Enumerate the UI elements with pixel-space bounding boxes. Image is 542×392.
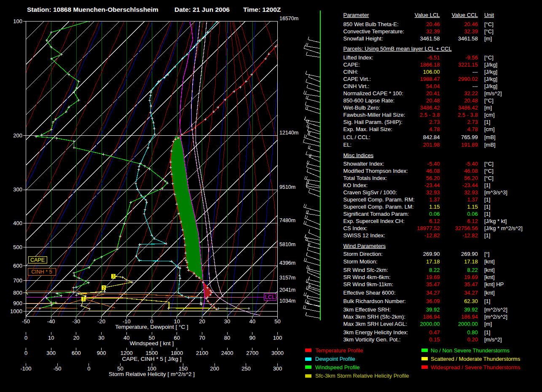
- svg-text:-40: -40: [47, 318, 55, 325]
- svg-text:90: 90: [250, 335, 255, 341]
- svg-text:0: 0: [24, 335, 27, 341]
- svg-text:[°C]: [°C]: [484, 161, 494, 167]
- svg-text:2400: 2400: [221, 350, 233, 356]
- svg-text:80: 80: [224, 335, 230, 341]
- svg-text:250: 250: [241, 365, 251, 372]
- svg-text:2.5 - 3.8: 2.5 - 3.8: [458, 112, 478, 118]
- svg-text:[1]: [1]: [484, 298, 490, 304]
- svg-text:[°C]: [°C]: [484, 28, 494, 35]
- svg-text:Effective Shear 6000:: Effective Shear 6000:: [343, 290, 396, 296]
- svg-text:Modified Thompson Index:: Modified Thompson Index:: [343, 168, 408, 174]
- svg-text:2000.00: 2000.00: [420, 321, 440, 327]
- svg-text:Max 3km SRH (Sfc-2km):: Max 3km SRH (Sfc-2km):: [343, 314, 405, 320]
- svg-text:[J/kg * kt]: [J/kg * kt]: [484, 218, 507, 224]
- svg-text:40: 40: [250, 318, 255, 325]
- svg-text:850-600 Lapse Rate:: 850-600 Lapse Rate:: [343, 97, 394, 104]
- svg-text:10: 10: [48, 335, 54, 341]
- svg-text:20.48: 20.48: [426, 97, 440, 104]
- svg-text:32.22: 32.22: [464, 90, 478, 97]
- svg-text:1988.47: 1988.47: [420, 76, 440, 82]
- svg-text:CS Index:: CS Index:: [343, 225, 368, 231]
- svg-text:CINH * 5: CINH * 5: [31, 269, 52, 275]
- svg-text:200: 200: [13, 132, 22, 139]
- svg-text:2700: 2700: [246, 350, 258, 356]
- svg-text:Exp. Max. Hail Size:: Exp. Max. Hail Size:: [343, 126, 392, 132]
- svg-text:6.12: 6.12: [467, 218, 478, 224]
- svg-text:34.27: 34.27: [426, 290, 440, 296]
- svg-text:[1]: [1]: [484, 182, 490, 188]
- svg-text:[mB]: [mB]: [484, 142, 496, 148]
- svg-text:-30: -30: [72, 318, 80, 325]
- svg-text:[m^3/s^3]: [m^3/s^3]: [484, 189, 507, 196]
- svg-text:3157m: 3157m: [279, 275, 295, 281]
- svg-text:2: 2: [102, 286, 105, 290]
- svg-text:Date: 21 Jun 2006: Date: 21 Jun 2006: [174, 6, 230, 13]
- svg-text:Storm Direction:: Storm Direction:: [343, 251, 383, 257]
- svg-text:Total Totals Index:: Total Totals Index:: [343, 175, 387, 181]
- svg-text:[knt]: [knt]: [484, 258, 495, 265]
- svg-text:9510m: 9510m: [279, 184, 295, 190]
- svg-text:[cm]: [cm]: [484, 126, 495, 132]
- svg-text:Widespread / Severe Thundersto: Widespread / Severe Thunderstorms: [431, 364, 521, 371]
- svg-text:20: 20: [73, 335, 79, 341]
- svg-text:-12.82: -12.82: [424, 232, 440, 239]
- svg-text:Bulk Richardson Number:: Bulk Richardson Number:: [343, 298, 406, 304]
- svg-text:32.93: 32.93: [426, 189, 440, 196]
- svg-text:Dewpoint Profile: Dewpoint Profile: [315, 356, 355, 362]
- svg-text:3000: 3000: [271, 350, 284, 356]
- svg-text:Exp. Supercell Index CH:: Exp. Supercell Index CH:: [343, 218, 405, 224]
- svg-text:Showalter Index:: Showalter Index:: [343, 161, 384, 167]
- svg-text:Wind Parameters: Wind Parameters: [343, 243, 386, 249]
- svg-text:[1]: [1]: [484, 211, 490, 217]
- svg-text:700: 700: [13, 277, 22, 284]
- svg-text:1.37: 1.37: [467, 196, 478, 203]
- svg-text:62.30: 62.30: [464, 298, 478, 304]
- svg-text:6.12: 6.12: [429, 218, 440, 224]
- svg-text:[knt]: [knt]: [484, 274, 495, 280]
- svg-text:20: 20: [199, 318, 205, 325]
- svg-text:46.08: 46.08: [426, 168, 440, 174]
- svg-text:-9.56: -9.56: [465, 54, 478, 61]
- svg-text:[m/s^2]: [m/s^2]: [484, 336, 502, 343]
- svg-text:1866.18: 1866.18: [420, 62, 440, 68]
- svg-text:[mB]: [mB]: [484, 134, 496, 140]
- svg-text:[°C]: [°C]: [484, 54, 494, 61]
- svg-text:[cm]: [cm]: [484, 112, 495, 118]
- svg-text:46.08: 46.08: [464, 168, 478, 174]
- svg-text:LCL: LCL: [265, 294, 275, 300]
- svg-text:3221.15: 3221.15: [458, 62, 478, 68]
- svg-text:Sig. Hail Param. (SHIP):: Sig. Hail Param. (SHIP):: [343, 119, 402, 125]
- svg-text:[knt] HP: [knt] HP: [484, 281, 504, 287]
- svg-text:CAPE: CAPE: [30, 257, 45, 263]
- svg-text:Scattered / Moderate Thunderst: Scattered / Moderate Thunderstorms: [431, 356, 521, 362]
- svg-text:CAPE Virt.:: CAPE Virt.:: [343, 76, 371, 82]
- svg-text:Unit: Unit: [484, 12, 494, 18]
- svg-text:Supercell Comp. Param. RM:: Supercell Comp. Param. RM:: [343, 196, 415, 203]
- svg-text:765.99: 765.99: [461, 134, 478, 140]
- svg-text:[1]: [1]: [484, 119, 490, 125]
- svg-text:1: 1: [83, 297, 85, 301]
- svg-text:32.39: 32.39: [426, 28, 440, 35]
- svg-text:17.18: 17.18: [464, 258, 478, 265]
- svg-text:200: 200: [210, 365, 219, 372]
- svg-text:[J/kg]: [J/kg]: [484, 76, 497, 82]
- svg-text:Windspeed [ knt ]: Windspeed [ knt ]: [130, 340, 174, 346]
- svg-text:0: 0: [24, 350, 27, 356]
- svg-text:[J/kg]: [J/kg]: [484, 69, 497, 75]
- svg-text:[knt]: [knt]: [484, 267, 495, 273]
- svg-text:[°]: [°]: [484, 251, 489, 257]
- svg-text:19.69: 19.69: [426, 274, 440, 280]
- svg-text:2.73: 2.73: [467, 119, 478, 125]
- svg-text:CAPE, CINH * 5 [ J/kg ]: CAPE, CINH * 5 [ J/kg ]: [122, 356, 181, 362]
- svg-text:100: 100: [273, 335, 282, 341]
- svg-text:Value LCL: Value LCL: [415, 12, 440, 18]
- svg-text:[m]: [m]: [484, 105, 492, 111]
- svg-text:Significant Tornado Param:: Significant Tornado Param:: [343, 211, 409, 217]
- svg-text:39.92: 39.92: [426, 306, 440, 313]
- svg-text:35.47: 35.47: [426, 281, 440, 287]
- svg-text:0.06: 0.06: [429, 211, 440, 217]
- svg-text:Windspeed Profile: Windspeed Profile: [315, 364, 360, 371]
- svg-text:32756.56: 32756.56: [455, 225, 478, 231]
- svg-text:Supercell Comp. Param. LM:: Supercell Comp. Param. LM:: [343, 204, 414, 210]
- svg-text:300: 300: [273, 365, 282, 372]
